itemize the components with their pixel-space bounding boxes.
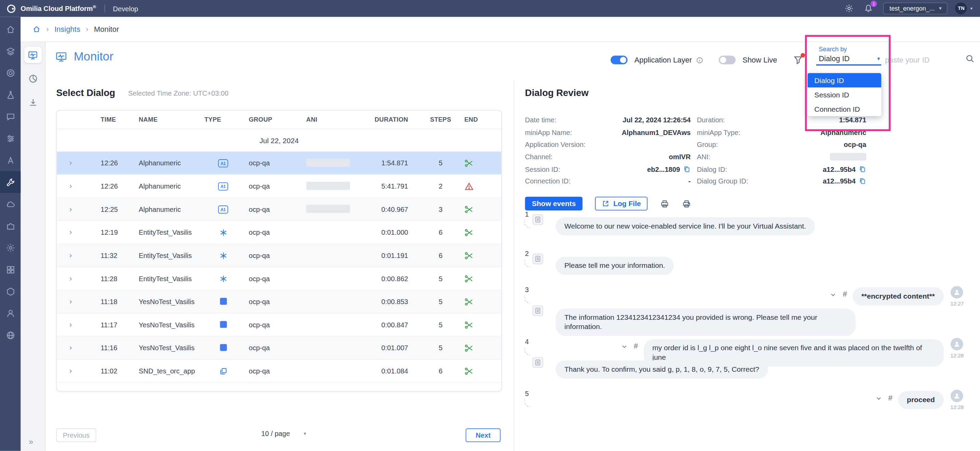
row-expander-icon[interactable]: › [69, 251, 72, 260]
table-row[interactable]: › 11:18 YesNoTest_Vasilis ocp-qa 0:00.85… [57, 291, 501, 314]
field-value: Alphanumeric [775, 129, 866, 136]
application-layer-toggle[interactable] [611, 56, 627, 65]
search-input[interactable] [885, 53, 960, 67]
sidebar-icon-cloud[interactable] [0, 193, 21, 215]
tenant-selector[interactable]: test_energon_... ▾ [883, 2, 948, 14]
show-events-button[interactable]: Show events [525, 197, 583, 210]
sidebar-icon-chat[interactable] [0, 106, 21, 127]
row-expander-icon[interactable]: › [69, 228, 72, 237]
copy-message-button[interactable] [532, 214, 543, 225]
table-row[interactable]: › 12:25 Alphanumeric A1 ocp-qa 0:40.967 … [57, 198, 501, 221]
dropdown-option-connection-id[interactable]: Connection ID [808, 102, 881, 116]
row-expander-icon[interactable]: › [69, 321, 72, 329]
sidebar-icon-gear[interactable] [0, 237, 21, 259]
sidebar-icon-globe[interactable] [0, 324, 21, 346]
previous-page-button[interactable]: Previous [56, 429, 96, 442]
row-expander-icon[interactable]: › [69, 182, 72, 191]
sidebar-icon-flask[interactable] [0, 84, 21, 106]
orchestrator-type-icon [219, 367, 228, 375]
hash-icon[interactable]: # [843, 290, 847, 299]
sidebar-icon-layers[interactable] [0, 40, 21, 62]
field-label: Duration: [697, 116, 775, 124]
collapse-step-icon[interactable] [876, 395, 882, 402]
row-expander-icon[interactable]: › [69, 367, 72, 375]
top-bar: Omilia Cloud Platform® Develop 1 test_en… [0, 0, 980, 17]
table-header: TIME NAME TYPE GROUP ANI DURATION STEPS … [57, 111, 501, 130]
row-expander-icon[interactable]: › [69, 274, 72, 283]
collapse-step-icon[interactable] [830, 292, 836, 298]
row-expander-icon[interactable]: › [69, 159, 72, 167]
table-row[interactable]: › 12:26 Alphanumeric A1 ocp-qa 1:54.871 … [57, 152, 501, 175]
table-row[interactable]: › 11:17 YesNoTest_Vasilis ocp-qa 0:00.84… [57, 314, 501, 337]
field-label: ANI: [697, 153, 775, 160]
printer-alt-icon[interactable] [682, 199, 691, 208]
hash-icon[interactable]: # [888, 394, 892, 402]
bot-message-bubble: The information 1234123412341234 you pro… [556, 308, 856, 336]
table-row[interactable]: › 12:19 EntityTest_Vasilis ocp-qa 0:01.0… [57, 221, 501, 244]
table-row[interactable]: › 12:26 Alphanumeric A1 ocp-qa 5:41.791 … [57, 175, 501, 198]
page-size-select[interactable]: 10 / page ▾ [261, 430, 306, 437]
row-expander-icon[interactable]: › [69, 297, 72, 306]
log-file-button[interactable]: Log File [595, 197, 648, 210]
copy-icon[interactable] [683, 165, 691, 173]
copy-icon[interactable] [859, 165, 866, 173]
step-number: 4 [525, 338, 529, 345]
bot-message-bubble: Welcome to our new voice-enabled service… [556, 217, 815, 235]
sidebar-icon-annotation[interactable] [0, 149, 21, 171]
table-row[interactable]: › 11:32 EntityTest_Vasilis ocp-qa 0:01.1… [57, 244, 501, 268]
table-row[interactable]: › 11:16 YesNoTest_Vasilis ocp-qa 0:01.00… [57, 337, 501, 360]
collapse-step-icon[interactable] [621, 343, 627, 349]
table-row[interactable]: › 11:02 SND_tes_orc_app ocp-qa 0:01.084 … [57, 360, 501, 383]
sidebar-icon-puzzle[interactable] [0, 215, 21, 237]
brand-name: Omilia Cloud Platform [21, 5, 93, 12]
subnav-reports-icon[interactable] [24, 71, 41, 87]
section-label: Develop [113, 5, 138, 12]
copy-message-button[interactable] [532, 357, 543, 368]
dropdown-option-dialog-id[interactable]: Dialog ID [808, 73, 881, 87]
table-row[interactable]: › 11:28 EntityTest_Vasilis ocp-qa 0:00.8… [57, 267, 501, 291]
sidebar-icon-home[interactable] [0, 18, 21, 40]
user-avatar[interactable]: TN [955, 2, 967, 14]
printer-icon[interactable] [660, 199, 670, 208]
info-icon[interactable] [695, 56, 704, 64]
chevron-down-icon[interactable]: ▾ [970, 6, 972, 11]
sidebar-icon-hexagon[interactable] [0, 281, 21, 302]
step-number: 3 [525, 286, 529, 294]
subnav-monitor-icon[interactable] [24, 47, 41, 63]
breadcrumb-insights[interactable]: Insights [54, 25, 80, 33]
row-expander-icon[interactable]: › [69, 343, 72, 352]
hash-icon[interactable]: # [634, 341, 638, 351]
home-icon[interactable] [32, 25, 41, 33]
step-connector [524, 399, 530, 407]
entity-type-icon [219, 274, 228, 283]
sidebar-icon-sliders[interactable] [0, 127, 21, 149]
sidebar-icon-identity[interactable] [0, 62, 21, 84]
sidebar-expand-control[interactable]: » [29, 437, 33, 446]
redacted-ani [306, 181, 350, 190]
filter-icon[interactable] [793, 55, 803, 65]
next-page-button[interactable]: Next [466, 429, 501, 442]
brand: Omilia Cloud Platform® [6, 3, 96, 13]
bell-icon[interactable]: 1 [864, 4, 873, 13]
copy-message-button[interactable] [532, 254, 543, 264]
row-expander-icon[interactable]: › [69, 205, 72, 214]
copy-icon[interactable] [859, 178, 866, 185]
show-live-toggle[interactable] [719, 56, 735, 65]
search-icon[interactable] [965, 54, 975, 64]
gear-icon[interactable] [845, 4, 854, 13]
copy-message-icon [535, 216, 541, 223]
sidebar-icon-tools[interactable] [0, 171, 21, 193]
dropdown-option-session-id[interactable]: Session ID [808, 87, 881, 102]
transcript-step: Thank you. To confirm, you said g, p, 1,… [522, 354, 768, 379]
breadcrumb-separator: › [86, 25, 88, 33]
sidebar-icon-user[interactable] [0, 302, 21, 324]
user-message-bubble: **encrypted content** [853, 287, 943, 305]
panel-divider [514, 81, 514, 451]
dialog-review-fields: Date time: Jul 22, 2024 12:26:54 Duratio… [525, 114, 866, 187]
call-end-success-icon [465, 227, 474, 237]
search-by-select[interactable]: Dialog ID ▾ [819, 54, 880, 63]
subnav-export-icon[interactable] [24, 94, 41, 111]
copy-message-button[interactable] [532, 305, 543, 316]
sidebar-icon-grid[interactable] [0, 259, 21, 281]
step-number: 1 [525, 210, 529, 218]
